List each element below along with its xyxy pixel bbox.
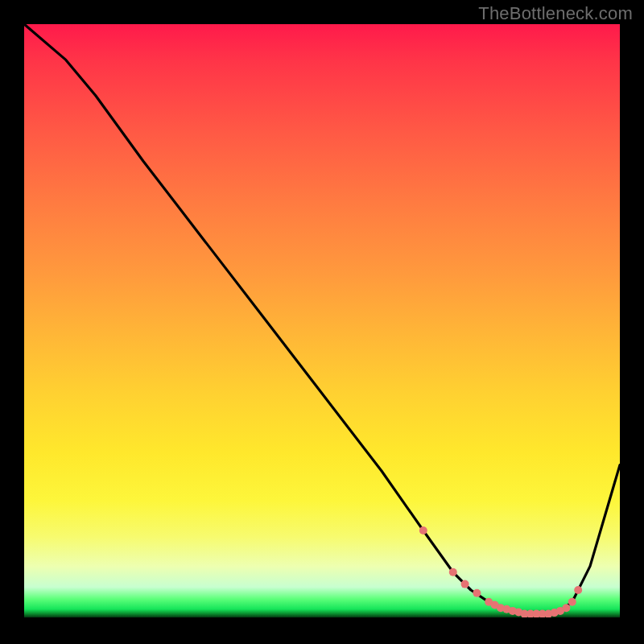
curve-layer xyxy=(24,24,620,620)
chart-container: TheBottleneck.com xyxy=(0,0,644,644)
axis-baseline xyxy=(24,617,620,620)
marker-dot xyxy=(449,568,457,576)
watermark-text: TheBottleneck.com xyxy=(478,3,633,24)
marker-dot xyxy=(562,604,570,612)
bottleneck-curve xyxy=(24,24,620,614)
marker-dot xyxy=(574,586,582,594)
marker-dot xyxy=(473,589,481,597)
marker-dot xyxy=(568,598,576,606)
curve-markers xyxy=(419,526,582,618)
marker-dot xyxy=(461,580,469,588)
plot-area xyxy=(24,24,620,620)
marker-dot xyxy=(419,526,427,535)
